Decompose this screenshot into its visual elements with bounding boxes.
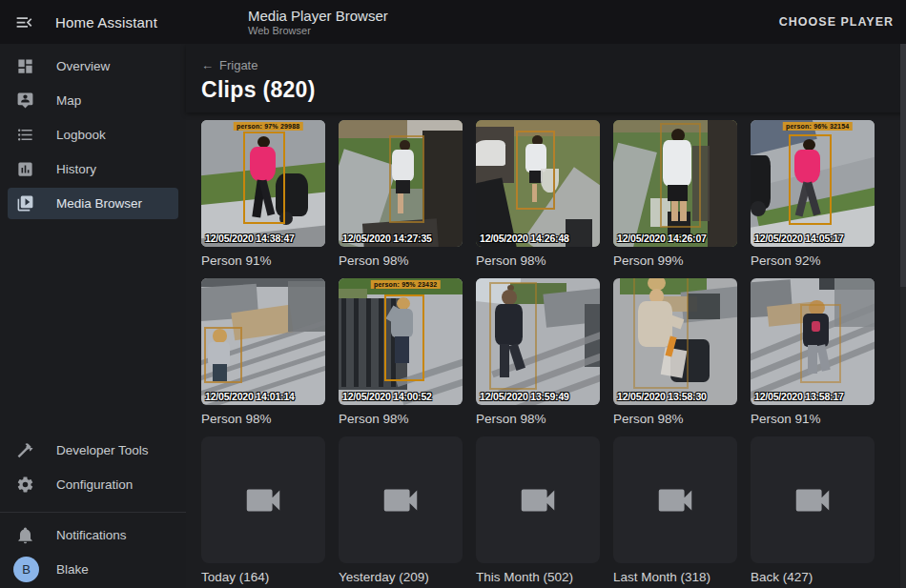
history-icon	[16, 160, 39, 179]
sidebar-item-overview[interactable]: Overview	[8, 51, 178, 82]
clips-grid: person: 97% 2998812/05/2020 14:38:47Pers…	[201, 120, 906, 584]
folder-label: Yesterday (209)	[339, 570, 463, 584]
timestamp-overlay: 12/05/2020 14:00:52	[342, 391, 432, 402]
topbar-left: Home Assistant	[0, 10, 186, 33]
clip-thumbnail: person: 95% 2343212/05/2020 14:00:52	[339, 278, 463, 405]
clip-label: Person 91%	[751, 412, 875, 426]
clip-card[interactable]: person: 97% 2998812/05/2020 14:38:47Pers…	[201, 120, 325, 268]
sidebar-divider	[0, 512, 186, 513]
scene-shape	[688, 294, 720, 319]
detection-chip: person: 97% 29988	[234, 122, 302, 131]
clip-label: Person 98%	[476, 253, 600, 268]
scrollbar-thumb[interactable]	[900, 44, 906, 287]
video-camera-icon	[791, 478, 834, 522]
choose-player-button[interactable]: CHOOSE PLAYER	[779, 15, 894, 29]
clip-thumbnail: person: 96% 3215412/05/2020 14:05:17	[751, 120, 875, 247]
scene-shape	[751, 201, 766, 216]
scene-shape	[708, 120, 737, 247]
sidebar-item-notifications[interactable]: Notifications	[8, 519, 178, 551]
gear-icon	[16, 476, 39, 495]
folder-label: This Month (502)	[476, 570, 600, 584]
clip-thumbnail: 12/05/2020 14:26:07	[613, 120, 737, 247]
detection-bounding-box	[389, 135, 424, 223]
folder-card[interactable]: This Month (502)	[476, 436, 600, 584]
media-player-header: Media Player Browser Web Browser	[248, 8, 388, 37]
breadcrumb-back[interactable]: ← Frigate	[201, 44, 257, 72]
back-arrow-icon: ←	[201, 58, 214, 72]
folder-tile	[339, 436, 463, 563]
clip-card[interactable]: person: 95% 2343212/05/2020 14:00:52Pers…	[339, 278, 463, 426]
clip-card[interactable]: person: 96% 3215412/05/2020 14:05:17Pers…	[751, 120, 875, 268]
clip-card[interactable]: 12/05/2020 14:27:35Person 98%	[339, 120, 463, 268]
clip-card[interactable]: 12/05/2020 13:59:49Person 98%	[476, 278, 600, 426]
detection-chip: person: 96% 32154	[783, 122, 852, 131]
map-icon	[16, 91, 39, 111]
clip-card[interactable]: 12/05/2020 14:26:48Person 98%	[476, 120, 600, 268]
sidebar-item-label: Map	[56, 93, 81, 108]
clips-grid-area: person: 97% 2998812/05/2020 14:38:47Pers…	[186, 112, 906, 588]
sidebar-spacer	[0, 222, 186, 435]
folder-card[interactable]: Back (427)	[751, 436, 875, 584]
folder-card[interactable]: Yesterday (209)	[339, 436, 463, 584]
folder-label: Last Month (318)	[613, 570, 737, 584]
sidebar-item-developer-tools[interactable]: Developer Tools	[8, 435, 178, 466]
scene-shape	[379, 298, 383, 387]
detection-bounding-box	[204, 327, 242, 384]
sidebar-item-map[interactable]: Map	[8, 85, 178, 116]
detection-bounding-box	[660, 123, 701, 228]
clip-card[interactable]: 12/05/2020 13:58:30Person 98%	[613, 278, 737, 426]
timestamp-overlay: 12/05/2020 14:38:47	[205, 233, 295, 244]
dashboard-icon	[16, 57, 39, 76]
scrollbar[interactable]	[900, 44, 906, 588]
sidebar-item-label: Notifications	[56, 528, 127, 542]
sidebar-item-history[interactable]: History	[8, 153, 178, 185]
app-title: Home Assistant	[55, 14, 157, 30]
menu-open-icon[interactable]	[12, 10, 35, 33]
clip-label: Person 91%	[201, 253, 325, 268]
detection-bounding-box	[243, 132, 285, 224]
folder-card[interactable]: Today (164)	[201, 436, 325, 584]
folder-tile	[613, 436, 737, 563]
scene-shape	[613, 142, 656, 247]
timestamp-overlay: 12/05/2020 14:26:48	[480, 233, 569, 244]
clip-label: Person 98%	[339, 253, 463, 268]
scene-shape	[476, 140, 505, 166]
clip-card[interactable]: 12/05/2020 13:58:17Person 91%	[751, 278, 875, 426]
detection-bounding-box	[800, 304, 841, 384]
detection-bounding-box	[384, 294, 424, 380]
scene-shape	[341, 298, 346, 387]
app-body: Overview Map Logbook History Media Brows…	[0, 44, 906, 588]
clip-label: Person 98%	[201, 412, 325, 426]
folder-label: Back (427)	[751, 570, 875, 584]
clip-label: Person 98%	[339, 412, 463, 426]
clip-thumbnail: 12/05/2020 13:58:30	[613, 278, 737, 405]
sidebar-item-profile[interactable]: B Blake	[8, 554, 178, 585]
video-camera-icon	[379, 478, 422, 522]
sidebar-item-configuration[interactable]: Configuration	[8, 469, 178, 500]
page-title: Clips (820)	[201, 77, 906, 103]
media-player-subtitle: Web Browser	[248, 25, 388, 37]
media-browser-icon	[16, 194, 39, 213]
scene-shape	[366, 298, 371, 387]
folder-tile	[201, 436, 325, 563]
detection-bounding-box	[516, 131, 556, 211]
sidebar-item-label: Media Browser	[56, 196, 142, 211]
clip-thumbnail: 12/05/2020 14:26:48	[476, 120, 600, 247]
hammer-icon	[16, 441, 39, 460]
video-camera-icon	[653, 478, 697, 522]
app-root: Home Assistant Media Player Browser Web …	[0, 0, 906, 588]
timestamp-overlay: 12/05/2020 14:27:35	[342, 233, 432, 244]
timestamp-overlay: 12/05/2020 13:58:30	[617, 391, 707, 402]
clip-thumbnail: 12/05/2020 14:01:14	[201, 278, 325, 405]
clip-card[interactable]: 12/05/2020 14:01:14Person 98%	[201, 278, 325, 426]
avatar: B	[13, 557, 39, 582]
timestamp-overlay: 12/05/2020 13:58:17	[754, 391, 844, 402]
detection-bounding-box	[789, 134, 831, 226]
breadcrumb-label: Frigate	[219, 58, 257, 72]
sidebar-item-logbook[interactable]: Logbook	[8, 119, 178, 151]
folder-tile	[751, 436, 875, 563]
sidebar-item-media-browser[interactable]: Media Browser	[8, 188, 178, 219]
folder-card[interactable]: Last Month (318)	[613, 436, 737, 584]
media-player-title: Media Player Browser	[248, 8, 388, 24]
clip-card[interactable]: 12/05/2020 14:26:07Person 99%	[613, 120, 737, 268]
